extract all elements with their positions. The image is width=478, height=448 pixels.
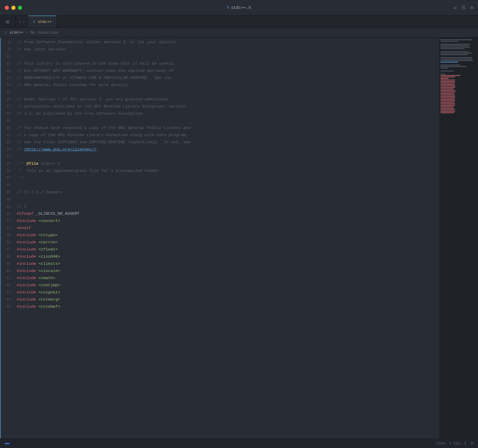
token: // C	[17, 204, 26, 209]
window-controls	[5, 6, 22, 10]
layout-icon[interactable]: ⊡	[471, 441, 473, 446]
token: #include	[17, 219, 36, 223]
line-number: 14	[0, 82, 15, 89]
line-number: 39	[0, 260, 15, 267]
minimize-button[interactable]	[11, 6, 15, 10]
token: /**	[17, 161, 26, 166]
forward-arrow[interactable]: ›	[23, 19, 26, 24]
editor-layout-icon[interactable]: ☰	[461, 5, 465, 11]
code-line: 39#include <climits>	[0, 260, 439, 267]
code-line: 32#ifndef _GLIBCXX_NO_ASSERT	[0, 210, 439, 217]
line-content: #include <cstddef>	[15, 303, 60, 310]
line-content: #include <ciso646>	[15, 253, 60, 260]
line-number: 44	[0, 296, 15, 303]
token: #include	[17, 297, 36, 302]
cursor-position[interactable]: Line: 1 Col: 1	[436, 441, 466, 446]
code-line: 8// Free Software Foundation; either ver…	[0, 39, 439, 46]
split-editor-icon[interactable]: ⇄	[454, 5, 457, 11]
code-editor[interactable]: 8// Free Software Foundation; either ver…	[0, 38, 439, 438]
status-left	[5, 443, 10, 444]
line-number: 27	[0, 175, 15, 182]
line-number: 16	[0, 96, 15, 103]
token	[36, 276, 38, 280]
line-content: #include <cerrno>	[15, 239, 58, 246]
line-number: 9	[0, 46, 15, 53]
tab-label: stdc++	[38, 20, 52, 24]
line-content: // but WITHOUT ANY WARRANTY; without eve…	[15, 67, 174, 74]
new-window-icon[interactable]: ⊞	[470, 5, 473, 11]
branch-badge[interactable]	[5, 443, 10, 444]
line-number: 28	[0, 182, 15, 189]
line-number: 43	[0, 289, 15, 296]
file-icon-breadcrumb: h	[5, 30, 7, 35]
line-number: 10	[0, 53, 15, 60]
token: #include	[17, 283, 36, 287]
active-tab[interactable]: h stdc++	[28, 15, 57, 28]
back-arrow[interactable]: ‹	[18, 19, 21, 24]
code-line: 22// see the files COPYING3 and COPYING.…	[0, 139, 439, 146]
main-content: 8// Free Software Foundation; either ver…	[0, 38, 478, 438]
line-content	[15, 117, 19, 125]
code-line: 33#include <cassert>	[0, 217, 439, 225]
line-number: 25	[0, 160, 15, 167]
line-number: 31	[0, 203, 15, 210]
line-number: 36	[0, 239, 15, 246]
token: // This library is distributed in the ho…	[17, 61, 176, 66]
statusbar: Line: 1 Col: 1 ⊡	[0, 438, 478, 448]
minimap	[439, 38, 478, 438]
token: #ifndef	[17, 211, 34, 216]
token	[36, 262, 38, 266]
code-line: 15	[0, 89, 439, 96]
line-content: #include <csignal>	[15, 289, 60, 296]
line-number: 20	[0, 125, 15, 132]
grid-icon: ⊞	[6, 18, 9, 25]
line-content: // MERCHANTABILITY or FITNESS FOR A PART…	[15, 74, 171, 82]
code-line: 14// GNU General Public License for more…	[0, 82, 439, 89]
token: #include	[17, 276, 36, 280]
code-line: 31// C	[0, 203, 439, 210]
token: <cmath>	[38, 276, 55, 280]
titlebar-actions: ⇄ ☰ ⊞	[454, 5, 473, 11]
token	[36, 283, 38, 287]
line-content: // 17.4.1.2 Headers	[15, 189, 63, 196]
maximize-button[interactable]	[18, 6, 22, 10]
token	[36, 304, 38, 309]
line-content: // You should have received a copy of th…	[15, 125, 190, 132]
line-content: // Under Section 7 of GPL version 3, you…	[15, 96, 169, 103]
breadcrumb-selection[interactable]: No Selection	[30, 30, 58, 35]
tabbar: ⊞ ‹ › h stdc++	[0, 15, 478, 28]
token: // any later version.	[17, 47, 67, 52]
line-number: 22	[0, 139, 15, 146]
code-line: 37#include <cfloat>	[0, 246, 439, 253]
line-content	[15, 153, 19, 160]
token: #include	[17, 269, 36, 273]
line-content: #include <cmath>	[15, 275, 55, 282]
line-number: 34	[0, 225, 15, 232]
breadcrumb-file[interactable]: stdc++	[10, 30, 24, 35]
line-number: 32	[0, 210, 15, 217]
token: <cstddef>	[38, 304, 60, 309]
token: <cfloat>	[38, 247, 58, 252]
token: #include	[17, 304, 36, 309]
code-line: 24	[0, 153, 439, 160]
token	[36, 269, 38, 273]
code-line: 35#include <cctype>	[0, 232, 439, 239]
line-number: 41	[0, 275, 15, 282]
close-button[interactable]	[5, 6, 9, 10]
code-line: 23// <http://www.gnu.org/licenses/>.	[0, 146, 439, 153]
token: // You should have received a copy of th…	[17, 126, 190, 130]
token: // Under Section 7 of GPL version 3, you…	[17, 97, 169, 102]
line-number: 23	[0, 146, 15, 153]
code-line: 34#endif	[0, 225, 439, 232]
token	[36, 219, 38, 223]
token: <csetjmp>	[38, 283, 60, 287]
token: // permissions described in the GCC Runt…	[17, 104, 186, 109]
line-number: 8	[0, 39, 15, 46]
token: // see the files COPYING3 and COPYING.RU…	[17, 140, 190, 144]
line-number: 29	[0, 189, 15, 196]
token: #include	[17, 262, 36, 266]
code-line: 44#include <cstdarg>	[0, 296, 439, 303]
line-number: 40	[0, 267, 15, 275]
code-content: 8// Free Software Foundation; either ver…	[0, 39, 439, 310]
sidebar-toggle[interactable]: ⊞	[0, 15, 15, 28]
